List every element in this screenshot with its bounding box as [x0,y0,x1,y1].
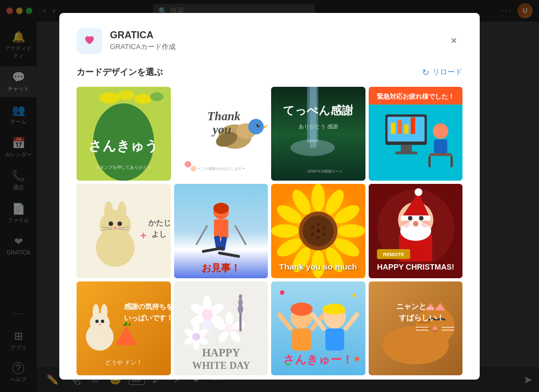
svg-rect-164 [326,328,344,350]
svg-point-81 [271,224,299,238]
svg-point-88 [322,232,325,236]
card-waterfall[interactable]: てっぺん感謝 ありがとう 感謝 GRATICA感謝カード [271,87,365,181]
svg-point-92 [316,229,320,232]
svg-text:ニャンと…: ニャンと… [396,302,434,311]
svg-rect-63 [213,219,228,239]
modal-close-button[interactable]: × [445,32,462,50]
modal-section-title: カードデザインを選ぶ [77,67,163,78]
svg-point-113 [93,304,99,320]
svg-point-116 [101,319,104,322]
svg-text:HAPPY CHRISTMAS!: HAPPY CHRISTMAS! [377,263,454,271]
svg-point-13 [248,119,264,134]
card-sankyuu-svg: さんきゅう スタンプを押してありがとう [77,87,171,181]
svg-rect-44 [450,156,452,167]
svg-text:どうや ドン！: どうや ドン！ [105,359,142,366]
svg-rect-157 [292,328,311,350]
card-kids-svg: さんきゅー！ [271,281,365,376]
svg-point-91 [311,226,314,229]
svg-text:さんきゅう: さんきゅう [88,139,158,153]
modal-app-icon [77,28,102,54]
card-whiteday-svg: HAPPY WHITE DAY [174,281,268,376]
modal-app-sub: GRATICAカード作成 [110,42,438,52]
card-white-day[interactable]: HAPPY WHITE DAY [174,281,268,376]
modal-overlay: GRATICA GRATICAカード作成 × カードデザインを選ぶ ↻ リロード [0,0,539,392]
svg-point-21 [190,166,196,171]
svg-point-51 [118,202,126,222]
svg-rect-36 [391,122,395,134]
svg-text:スタンプを押してありがとう: スタンプを押してありがとう [95,164,151,169]
card-sunflower[interactable]: Thank you so much [271,184,365,278]
svg-rect-35 [395,152,417,154]
card-sunflower-svg: Thank you so much [271,184,365,278]
svg-point-49 [118,222,122,226]
svg-text:さんきゅー！: さんきゅー！ [283,353,353,365]
card-bird-svg: Thank you ーこの感謝をお伝えしますー [174,87,268,181]
card-thankyou-bird[interactable]: Thank you ーこの感謝をお伝えしますー [174,87,268,181]
svg-text:感謝の気持ちを: 感謝の気持ちを [124,302,171,311]
svg-point-138 [225,324,233,333]
svg-rect-39 [411,117,415,134]
svg-rect-43 [428,156,430,167]
card-ski[interactable]: お見事！ [174,184,268,278]
svg-point-40 [433,123,448,139]
card-cat[interactable]: ニャンと… すばらしい！ [369,281,463,376]
reload-button[interactable]: ↻ リロード [422,67,462,78]
card-santa[interactable]: REMOTE HAPPY CHRISTMAS! [369,184,463,278]
card-orange-rabbit[interactable]: 感謝の気持ちを いっぱいです！ どうや ドン！ [77,281,171,376]
reload-label: リロード [432,67,462,77]
card-emergency[interactable]: 緊急対応お疲れ様でした！ [369,87,463,181]
svg-text:てっぺん感謝: てっぺん感謝 [283,104,354,116]
svg-point-160 [322,305,330,313]
svg-point-126 [203,295,211,311]
svg-point-20 [184,161,191,167]
svg-rect-37 [397,120,402,134]
svg-point-72 [312,184,325,211]
svg-text:REMOTE: REMOTE [383,252,404,257]
card-rabbit-svg: + かたじけ よし [77,184,171,278]
card-grid: さんきゅう スタンプを押してありがとう [77,87,462,376]
svg-point-168 [286,362,289,366]
card-kids-sankyuu[interactable]: さんきゅー！ [271,281,365,376]
svg-point-154 [291,302,313,316]
card-sankyuu-green[interactable]: さんきゅう スタンプを押してありがとう [77,87,171,181]
svg-text:you: you [211,123,231,136]
svg-point-48 [109,222,113,226]
svg-point-115 [95,319,99,322]
svg-point-5 [150,92,164,101]
card-orange-svg: 感謝の気持ちを いっぱいです！ どうや ドン！ [77,281,171,376]
svg-point-52 [114,226,117,230]
svg-text:すばらしい！: すばらしい！ [399,313,444,321]
svg-point-75 [337,224,365,238]
svg-rect-24 [310,87,316,148]
svg-point-106 [421,220,429,228]
svg-point-86 [316,223,320,226]
modal-header: GRATICA GRATICAカード作成 × [77,28,462,54]
reload-icon: ↻ [422,67,429,78]
svg-point-103 [419,216,423,221]
card-emergency-svg: 緊急対応お疲れ様でした！ [369,87,463,181]
modal-app-info: GRATICA GRATICAカード作成 [110,30,438,52]
card-waterfall-svg: てっぺん感謝 ありがとう 感謝 GRATICA感謝カード [271,87,365,181]
svg-point-169 [355,356,359,361]
svg-rect-38 [404,124,408,133]
svg-point-133 [225,312,233,325]
modal-app-name: GRATICA [110,30,438,41]
svg-point-149 [239,294,242,299]
svg-text:お見事！: お見事！ [202,262,240,273]
modal-section-header: カードデザインを選ぶ ↻ リロード [77,67,462,78]
svg-point-166 [280,290,284,294]
svg-point-145 [192,333,199,340]
svg-text:ーこの感謝をお伝えしますー: ーこの感謝をお伝えしますー [196,166,245,170]
svg-point-3 [118,90,135,100]
svg-point-104 [413,221,418,226]
modal-dialog: GRATICA GRATICAカード作成 × カードデザインを選ぶ ↻ リロード [59,13,480,380]
gratica-logo-svg [81,32,98,50]
card-rabbit-bow[interactable]: + かたじけ よし [77,184,171,278]
svg-text:Thank: Thank [207,109,240,122]
svg-point-50 [104,202,113,222]
svg-point-105 [402,220,410,228]
svg-point-2 [100,92,120,104]
svg-point-4 [134,94,152,104]
svg-point-102 [407,216,412,221]
svg-point-161 [338,307,345,313]
